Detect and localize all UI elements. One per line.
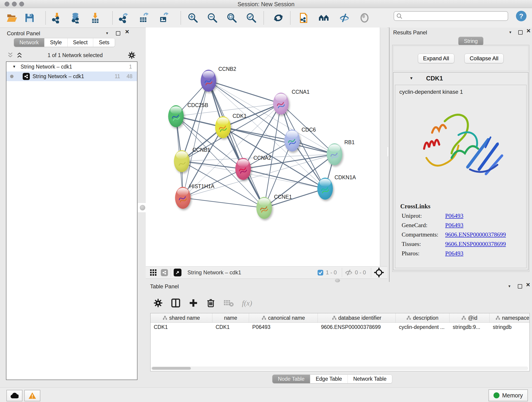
toolbar-separator: [45, 11, 46, 25]
expand-all-button[interactable]: Expand All: [418, 54, 454, 63]
scrollbar-thumb[interactable]: [152, 367, 191, 370]
network-node-CCNA1[interactable]: [273, 93, 289, 115]
cloud-button[interactable]: [6, 390, 22, 401]
network-node-CDC6[interactable]: [284, 129, 300, 152]
tab-node-table[interactable]: Node Table: [272, 375, 310, 383]
memory-button[interactable]: Memory: [488, 389, 528, 401]
network-canvas[interactable]: CCNB2CCNA1CDC25BCDK1CDC6RB1CCNB1CCNA2CDK…: [146, 27, 380, 266]
help-icon[interactable]: ?: [516, 11, 526, 21]
network-collection-row[interactable]: ▼ String Network – cdk1 1: [6, 62, 137, 71]
save-session-icon[interactable]: [24, 12, 35, 24]
birds-eye-view-icon[interactable]: [174, 269, 181, 276]
collapse-all-icon[interactable]: [17, 52, 22, 58]
network-node-CDKN1A[interactable]: [317, 178, 333, 200]
table-cell[interactable]: stringdb: [490, 324, 530, 330]
export-table-icon[interactable]: [138, 12, 150, 24]
network-node-CCNA2[interactable]: [235, 158, 251, 180]
network-view-statusbar: String Network – cdk1 1 - 0 0 - 0: [146, 266, 387, 279]
table-row[interactable]: CDK1CDK1P064939606.ENSP00000378699cyclin…: [151, 323, 530, 332]
network-node-CDK1[interactable]: [215, 116, 231, 138]
delete-column-icon[interactable]: [206, 298, 215, 307]
search-input[interactable]: [402, 13, 502, 19]
search-box[interactable]: [394, 11, 508, 21]
import-network-database-icon[interactable]: [70, 12, 82, 24]
tab-sets[interactable]: Sets: [93, 38, 115, 47]
export-image-icon[interactable]: [158, 12, 170, 24]
fit-selected-crosshair-icon[interactable]: [374, 268, 384, 278]
control-panel-close-icon[interactable]: ×: [125, 30, 129, 33]
table-panel-menu-icon[interactable]: ▼: [508, 284, 511, 288]
hide-selected-icon[interactable]: [339, 12, 350, 24]
table-cell[interactable]: stringdb:9...: [450, 324, 490, 330]
toolbar-separator: [290, 11, 291, 25]
control-panel-menu-icon[interactable]: ▼: [105, 31, 109, 35]
network-node-HIST1H1A[interactable]: [175, 187, 191, 209]
tab-select[interactable]: Select: [68, 38, 94, 47]
collection-caret-icon[interactable]: ▼: [12, 65, 16, 69]
crosslink-label: Uniprot:: [402, 212, 445, 219]
table-header-row: shared namenamecanonical namedatabase id…: [151, 313, 530, 323]
network-node-CCNE1[interactable]: [256, 197, 272, 219]
tab-string[interactable]: String: [458, 37, 483, 45]
table-cell[interactable]: CDK1: [212, 324, 249, 330]
import-table-file-icon[interactable]: [89, 12, 101, 24]
network-node-CCNB2[interactable]: [201, 70, 216, 92]
new-network-from-selection-icon[interactable]: [298, 12, 309, 24]
gene-caret-icon[interactable]: ▼: [409, 76, 413, 81]
show-all-icon[interactable]: [359, 12, 370, 24]
refresh-layout-icon[interactable]: [273, 12, 284, 24]
crosslink-link[interactable]: P06493: [445, 222, 463, 229]
column-header-canonical-name[interactable]: canonical name: [249, 313, 318, 322]
show-columns-icon[interactable]: [171, 298, 181, 308]
import-network-file-icon[interactable]: [51, 12, 63, 24]
column-header-description[interactable]: description: [396, 313, 450, 322]
control-panel-float-icon[interactable]: [116, 31, 120, 36]
zoom-fit-icon[interactable]: [226, 12, 237, 24]
tab-network[interactable]: Network: [14, 38, 44, 47]
zoom-selected-icon[interactable]: [245, 12, 257, 24]
gene-description: cyclin-dependent kinase 1: [399, 89, 526, 95]
first-neighbors-icon[interactable]: [318, 12, 329, 24]
network-options-gear-icon[interactable]: [128, 51, 136, 59]
zoom-out-icon[interactable]: [206, 12, 218, 24]
column-header-at-id[interactable]: @id: [450, 313, 490, 322]
results-panel-float-icon[interactable]: [518, 30, 523, 35]
table-panel-float-icon[interactable]: [518, 284, 522, 288]
column-header-name[interactable]: name: [212, 313, 249, 322]
column-header-shared-name[interactable]: shared name: [151, 313, 212, 322]
selected-checkbox-icon[interactable]: [317, 269, 323, 276]
grid-view-icon[interactable]: [150, 269, 157, 276]
column-header-database-identifier[interactable]: database identifier: [318, 313, 396, 322]
tab-network-table[interactable]: Network Table: [348, 375, 392, 383]
table-panel-close-icon[interactable]: ×: [526, 283, 530, 286]
crosslink-link[interactable]: 9606.ENSP00000378699: [445, 241, 506, 248]
table-cell[interactable]: cyclin-dependent ...: [396, 324, 450, 330]
tab-edge-table[interactable]: Edge Table: [310, 375, 348, 383]
gene-section-header[interactable]: ▼ CDK1: [393, 72, 528, 84]
warnings-button[interactable]: [24, 390, 40, 401]
expand-all-icon[interactable]: [7, 52, 13, 58]
string-results-list: ▼ CDK1 cyclin-dependent kinase 1: [393, 72, 528, 270]
export-network-icon[interactable]: [118, 12, 130, 24]
crosslink-link[interactable]: P06493: [445, 250, 463, 257]
table-cell[interactable]: 9606.ENSP00000378699: [318, 324, 396, 330]
network-thumbnail-icon[interactable]: [161, 269, 168, 276]
column-header-namespace[interactable]: namespace: [490, 313, 530, 322]
results-panel-close-icon[interactable]: ×: [526, 29, 531, 32]
create-column-icon[interactable]: [189, 298, 198, 307]
network-node-RB1[interactable]: [327, 143, 342, 165]
network-row[interactable]: String Network – cdk1 11 48: [6, 71, 137, 81]
table-cell[interactable]: CDK1: [151, 324, 212, 330]
results-panel-menu-icon[interactable]: ▼: [509, 30, 512, 34]
crosslink-link[interactable]: 9606.ENSP00000378699: [445, 231, 506, 238]
zoom-in-icon[interactable]: [187, 12, 198, 24]
tab-style[interactable]: Style: [44, 38, 67, 47]
collapse-all-button[interactable]: Collapse All: [464, 54, 504, 63]
table-options-gear-icon[interactable]: [153, 298, 163, 307]
open-session-icon[interactable]: [6, 12, 17, 24]
network-node-CDC25B[interactable]: [168, 105, 184, 127]
crosslink-link[interactable]: P06493: [445, 212, 463, 219]
table-cell[interactable]: P06493: [249, 324, 318, 330]
table-horizontal-scrollbar[interactable]: [151, 366, 528, 370]
network-node-CCNB1[interactable]: [174, 150, 190, 172]
